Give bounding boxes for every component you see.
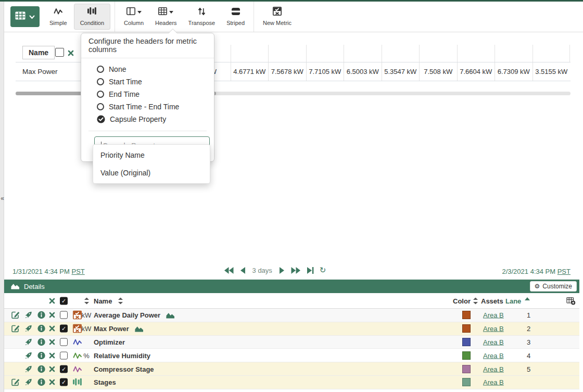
asset-link[interactable]: Area B — [483, 312, 504, 319]
color-swatch[interactable] — [462, 365, 471, 373]
table-view-button[interactable] — [10, 6, 40, 27]
sidebar-collapse-icon[interactable]: « — [0, 195, 5, 202]
menu-item-priority-name[interactable]: Priority Name — [93, 146, 210, 164]
asset-link[interactable]: Area B — [483, 325, 504, 332]
row-checkbox[interactable]: ✓ — [60, 365, 68, 373]
tool-striped-button[interactable]: Striped — [221, 2, 250, 32]
striped-icon — [232, 8, 240, 17]
step-forward-icon[interactable] — [279, 267, 285, 274]
info-icon[interactable] — [37, 338, 45, 346]
asset-link[interactable]: Area B — [483, 338, 504, 345]
row-checkbox[interactable]: ✓ — [60, 325, 68, 333]
select-all-checkbox[interactable]: ✓ — [60, 297, 68, 305]
lane-column-label[interactable]: Lane — [505, 297, 521, 304]
item-name: Average Daily Power — [94, 311, 175, 319]
tool-new-metric-button[interactable]: New Metric — [257, 2, 297, 32]
tool-label: Condition — [80, 20, 104, 26]
details-row-max-power: ✓kWMax PowerArea B2 — [4, 322, 579, 336]
sort-type-icon[interactable] — [84, 297, 89, 304]
remove-all-icon[interactable] — [49, 298, 55, 304]
name-column-header[interactable]: Name — [22, 46, 55, 59]
metric-header-cell — [419, 45, 457, 62]
transpose-icon — [198, 7, 206, 18]
customize-button[interactable]: ⚙︎ Customize — [530, 281, 577, 292]
rocket-icon[interactable] — [24, 325, 32, 333]
radio-selected-icon — [97, 115, 105, 123]
header-option-none[interactable]: None — [97, 63, 214, 75]
details-title-label: Details — [24, 283, 45, 290]
asset-link[interactable]: Area B — [483, 365, 504, 372]
color-swatch[interactable] — [462, 378, 471, 386]
rocket-icon[interactable] — [24, 365, 32, 373]
duration-label[interactable]: 3 days — [252, 267, 272, 274]
remove-icon[interactable] — [49, 325, 55, 332]
rocket-icon[interactable] — [24, 311, 32, 319]
header-option-start-time-end-time[interactable]: Start Time - End Time — [97, 100, 214, 113]
menu-item-value-original-[interactable]: Value (Original) — [93, 164, 210, 182]
rocket-icon[interactable] — [24, 338, 32, 346]
tool-headers-button[interactable]: Headers — [149, 2, 183, 32]
step-back-full-icon[interactable] — [224, 267, 234, 274]
row-checkbox[interactable] — [60, 338, 68, 346]
metric-header-cell — [533, 45, 571, 62]
display-range-end[interactable]: 2/3/2021 4:34 PM PST — [502, 268, 571, 275]
signal-type-icon — [73, 365, 82, 373]
tool-transpose-button[interactable]: Transpose — [183, 2, 221, 32]
asset-link[interactable]: Area B — [483, 379, 504, 386]
tool-condition-button[interactable]: Condition — [74, 4, 110, 30]
info-icon[interactable] — [37, 378, 45, 386]
assets-column-label[interactable]: Assets — [481, 297, 503, 304]
lane-value: 5 — [527, 365, 530, 372]
edit-icon[interactable] — [11, 325, 20, 333]
lane-value: 4 — [527, 352, 530, 359]
step-to-end-icon[interactable] — [307, 267, 314, 274]
tool-label: Column — [124, 20, 144, 26]
lane-sort-asc-icon — [525, 297, 530, 300]
metric-header-cell — [457, 45, 495, 62]
color-swatch[interactable] — [462, 324, 471, 333]
sort-name-icon[interactable] — [118, 297, 123, 304]
name-column-checkbox[interactable] — [55, 48, 64, 57]
asset-link[interactable]: Area B — [483, 352, 504, 359]
header-option-start-time[interactable]: Start Time — [97, 75, 214, 88]
metric-header-cells — [193, 45, 570, 62]
row-checkbox[interactable]: ✓ — [60, 378, 68, 386]
name-column-remove-icon[interactable] — [68, 49, 74, 58]
edit-icon[interactable] — [11, 311, 20, 319]
details-row-stages: ✓StagesArea B — [4, 376, 579, 389]
add-column-icon[interactable] — [566, 297, 576, 305]
color-swatch[interactable] — [462, 311, 471, 319]
rocket-icon[interactable] — [24, 351, 32, 359]
remove-icon[interactable] — [49, 366, 55, 372]
remove-icon[interactable] — [49, 352, 55, 359]
info-icon[interactable] — [37, 365, 45, 373]
start-timezone[interactable]: PST — [71, 268, 84, 275]
row-checkbox[interactable] — [60, 351, 68, 359]
sort-color-icon[interactable] — [473, 297, 478, 304]
tool-simple-button[interactable]: Simple — [44, 2, 73, 32]
remove-icon[interactable] — [49, 339, 55, 345]
edit-icon[interactable] — [11, 378, 20, 386]
row-checkbox[interactable] — [60, 311, 68, 319]
header-option-end-time[interactable]: End Time — [97, 88, 214, 100]
end-timezone[interactable]: PST — [557, 268, 571, 275]
remove-icon[interactable] — [49, 379, 55, 385]
color-swatch[interactable] — [462, 351, 471, 360]
color-column-label[interactable]: Color — [453, 297, 471, 304]
rocket-icon[interactable] — [24, 378, 32, 386]
step-back-icon[interactable] — [239, 267, 246, 274]
metric-dark-icon — [273, 7, 282, 18]
name-column-label[interactable]: Name — [94, 297, 112, 304]
display-range-start[interactable]: 1/31/2021 4:34 PM PST — [12, 268, 85, 275]
info-icon[interactable] — [37, 351, 45, 359]
color-swatch[interactable] — [462, 338, 471, 346]
remove-icon[interactable] — [49, 312, 55, 318]
info-icon[interactable] — [37, 325, 45, 333]
metric-header-cell — [231, 45, 269, 62]
step-forward-full-icon[interactable] — [291, 267, 301, 274]
gears-icon: ⚙︎ — [535, 283, 540, 289]
header-option-capsule-property[interactable]: Capsule Property — [97, 113, 214, 125]
tool-column-button[interactable]: Column — [118, 2, 149, 32]
refresh-icon[interactable]: ↻ — [320, 267, 326, 274]
info-icon[interactable] — [37, 311, 45, 319]
